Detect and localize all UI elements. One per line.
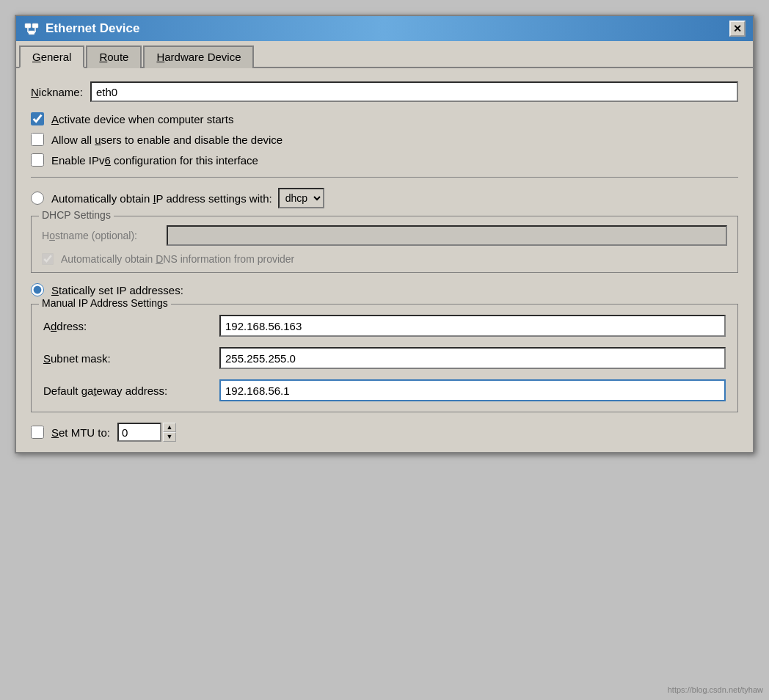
activate-checkbox-row: Activate device when computer starts (31, 112, 738, 125)
tab-route[interactable]: Route (86, 45, 142, 68)
gateway-input[interactable] (219, 379, 726, 401)
tab-general[interactable]: General (19, 45, 84, 68)
address-row: Address: (43, 315, 726, 337)
activate-checkbox[interactable] (31, 112, 44, 125)
hostname-input (167, 225, 727, 246)
allusers-checkbox[interactable] (31, 133, 44, 146)
mtu-spinner-wrap: ▲ ▼ (117, 423, 176, 442)
gateway-row: Default gateway address: (43, 379, 726, 401)
static-ip-row: Statically set IP addresses: (31, 283, 738, 296)
ipv6-label: Enable IPv6 configuration for this inter… (51, 154, 258, 167)
title-bar-left: Ethernet Device (23, 21, 140, 37)
nickname-input[interactable] (90, 81, 738, 102)
subnet-row: Subnet mask: (43, 347, 726, 369)
hostname-label: Hostname (optional): (42, 230, 159, 241)
mtu-down-button[interactable]: ▼ (163, 432, 176, 442)
manual-ip-group-box: Manual IP Address Settings Address: Subn… (31, 304, 738, 412)
auto-ip-label: Automatically obtain IP address settings… (51, 192, 272, 205)
mtu-spinner-buttons: ▲ ▼ (163, 423, 176, 442)
subnet-label: Subnet mask: (43, 352, 212, 365)
dns-checkbox (42, 253, 54, 265)
tab-general-label: General (32, 51, 71, 63)
dhcp-group-box: DHCP Settings Hostname (optional): Autom… (31, 216, 738, 273)
dhcp-group-title: DHCP Settings (39, 209, 114, 221)
window-title: Ethernet Device (45, 21, 140, 36)
mtu-input[interactable] (117, 423, 161, 442)
gateway-label: Default gateway address: (43, 384, 212, 397)
activate-label: Activate device when computer starts (51, 113, 233, 125)
static-ip-label: Statically set IP addresses: (51, 284, 183, 296)
ipv6-checkbox-row: Enable IPv6 configuration for this inter… (31, 153, 738, 167)
ethernet-device-window: Ethernet Device ✕ General Route Hardware… (15, 15, 754, 453)
allusers-label: Allow all users to enable and disable th… (51, 134, 283, 146)
tab-hardware-label: Hardware Device (156, 51, 241, 63)
hostname-row: Hostname (optional): (42, 225, 727, 246)
tab-bar: General Route Hardware Device (16, 41, 753, 68)
separator-1 (31, 177, 738, 178)
close-button[interactable]: ✕ (729, 21, 746, 37)
dhcp-select[interactable]: dhcp (278, 188, 324, 208)
network-icon (23, 21, 40, 37)
allusers-checkbox-row: Allow all users to enable and disable th… (31, 133, 738, 146)
address-input[interactable] (219, 315, 726, 337)
ipv6-checkbox[interactable] (31, 153, 44, 167)
mtu-up-button[interactable]: ▲ (163, 423, 176, 432)
auto-ip-row: Automatically obtain IP address settings… (31, 188, 738, 208)
dns-checkbox-row: Automatically obtain DNS information fro… (42, 253, 727, 265)
static-ip-radio[interactable] (31, 283, 44, 296)
mtu-row: Set MTU to: ▲ ▼ (31, 423, 738, 442)
mtu-checkbox[interactable] (31, 426, 44, 439)
tab-route-label: Route (99, 51, 128, 63)
svg-rect-1 (32, 23, 38, 28)
title-bar: Ethernet Device ✕ (16, 16, 753, 41)
manual-group-title: Manual IP Address Settings (39, 297, 171, 309)
dhcp-select-wrap: dhcp (278, 188, 324, 208)
nickname-row: Nickname: (31, 81, 738, 102)
address-label: Address: (43, 320, 212, 332)
subnet-input[interactable] (219, 347, 726, 369)
dns-label: Automatically obtain DNS information fro… (61, 253, 294, 265)
mtu-label: Set MTU to: (51, 426, 110, 439)
nickname-label: Nickname: (31, 86, 83, 98)
auto-ip-radio[interactable] (31, 192, 44, 205)
watermark: https://blog.csdn.net/tyhaw (668, 685, 763, 694)
tab-hardware[interactable]: Hardware Device (143, 45, 254, 68)
svg-rect-0 (25, 23, 31, 28)
content-area: Nickname: Activate device when computer … (16, 68, 753, 452)
